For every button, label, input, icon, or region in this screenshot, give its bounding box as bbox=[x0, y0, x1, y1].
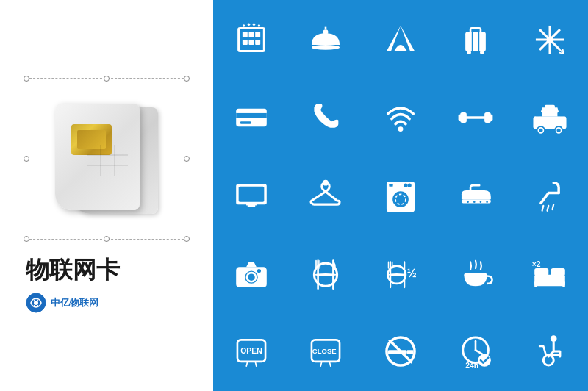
half-board-icon-cell[interactable]: ½ bbox=[364, 235, 437, 312]
svg-point-75 bbox=[257, 269, 261, 273]
svg-text:CLOSE: CLOSE bbox=[312, 347, 337, 355]
camera-icon-cell[interactable] bbox=[215, 235, 288, 312]
handle-br[interactable] bbox=[184, 236, 190, 242]
svg-rect-56 bbox=[248, 204, 255, 207]
coffee-icon bbox=[456, 254, 495, 293]
open-sign-icon: OPEN bbox=[232, 332, 270, 370]
gym-icon bbox=[456, 98, 495, 137]
wheelchair-icon bbox=[531, 332, 569, 370]
shower-icon-cell[interactable] bbox=[513, 157, 587, 234]
svg-line-70 bbox=[548, 206, 549, 211]
svg-point-15 bbox=[253, 23, 255, 25]
svg-rect-90 bbox=[534, 275, 565, 287]
no-smoking-icon bbox=[381, 332, 420, 370]
double-bed-icon: ×2 bbox=[531, 254, 569, 293]
camping-icon-cell[interactable] bbox=[364, 1, 437, 78]
iron-icon-cell[interactable] bbox=[439, 157, 512, 234]
svg-text:24h: 24h bbox=[465, 362, 478, 370]
svg-point-65 bbox=[467, 201, 469, 203]
svg-rect-54 bbox=[238, 187, 264, 202]
close-sign-icon-cell[interactable]: CLOSE bbox=[290, 313, 363, 390]
open-sign-icon-cell[interactable]: OPEN bbox=[215, 313, 288, 390]
title-area: 物联网卡 bbox=[26, 254, 187, 293]
svg-point-13 bbox=[243, 24, 245, 26]
svg-rect-9 bbox=[255, 32, 260, 37]
svg-rect-93 bbox=[534, 281, 537, 287]
phone-icon-cell[interactable] bbox=[290, 79, 363, 156]
svg-point-63 bbox=[408, 184, 412, 187]
taxi-icon bbox=[531, 98, 569, 137]
sim-illustration bbox=[48, 100, 165, 218]
svg-rect-37 bbox=[236, 113, 267, 118]
24h-icon: 24h bbox=[456, 332, 495, 370]
sim-card-frame bbox=[26, 78, 187, 240]
svg-rect-11 bbox=[248, 40, 254, 45]
sim-chip bbox=[71, 124, 112, 155]
handle-ml[interactable] bbox=[24, 156, 29, 162]
svg-point-50 bbox=[539, 129, 542, 132]
svg-point-16 bbox=[257, 24, 259, 26]
svg-rect-91 bbox=[534, 268, 548, 276]
svg-point-27 bbox=[480, 51, 484, 54]
wifi-icon-cell[interactable] bbox=[364, 79, 437, 156]
svg-point-17 bbox=[312, 45, 340, 50]
svg-rect-46 bbox=[536, 112, 542, 116]
svg-rect-22 bbox=[465, 32, 486, 51]
climate-icon-cell[interactable] bbox=[513, 1, 587, 78]
svg-line-69 bbox=[542, 206, 544, 211]
room-service-icon-cell[interactable] bbox=[290, 1, 363, 78]
svg-point-66 bbox=[473, 201, 476, 203]
shower-icon bbox=[531, 176, 569, 215]
svg-rect-8 bbox=[248, 32, 254, 37]
svg-rect-12 bbox=[255, 40, 260, 45]
handle-tl[interactable] bbox=[24, 76, 29, 82]
half-board-icon: ½ bbox=[381, 254, 420, 293]
hanger-icon-cell[interactable] bbox=[290, 157, 363, 234]
laundry-icon-cell[interactable] bbox=[364, 157, 437, 234]
24h-icon-cell[interactable]: 24h bbox=[439, 313, 512, 390]
tv-icon bbox=[232, 176, 270, 215]
svg-point-62 bbox=[404, 184, 407, 187]
credit-card-icon bbox=[232, 98, 270, 137]
svg-rect-61 bbox=[389, 184, 392, 186]
handle-bm[interactable] bbox=[104, 236, 110, 242]
brand-logo-icon bbox=[26, 293, 46, 313]
svg-rect-44 bbox=[489, 115, 492, 121]
credit-card-icon-cell[interactable] bbox=[215, 79, 288, 156]
double-bed-icon-cell[interactable]: ×2 bbox=[513, 235, 587, 312]
icon-grid: ½ ×2 OPEN bbox=[213, 0, 588, 391]
svg-point-5 bbox=[34, 301, 38, 305]
tv-icon-cell[interactable] bbox=[215, 157, 288, 234]
brand-area: 中亿物联网 bbox=[26, 293, 187, 313]
restaurant-icon-cell[interactable] bbox=[290, 235, 363, 312]
wifi-icon bbox=[381, 98, 420, 137]
svg-line-108 bbox=[476, 350, 482, 354]
close-sign-icon: CLOSE bbox=[306, 332, 345, 370]
handle-tr[interactable] bbox=[184, 76, 190, 82]
coffee-icon-cell[interactable] bbox=[439, 235, 512, 312]
taxi-icon-cell[interactable] bbox=[513, 79, 587, 156]
no-smoking-icon-cell[interactable] bbox=[364, 313, 437, 390]
iron-icon bbox=[456, 176, 495, 215]
handle-mr[interactable] bbox=[184, 156, 190, 162]
hotel-icon-cell[interactable] bbox=[215, 1, 288, 78]
room-service-icon bbox=[306, 21, 345, 59]
camping-icon bbox=[381, 21, 420, 59]
handle-tm[interactable] bbox=[104, 76, 110, 82]
luggage-icon-cell[interactable] bbox=[439, 1, 512, 78]
gym-icon-cell[interactable] bbox=[439, 79, 512, 156]
svg-point-18 bbox=[323, 29, 329, 35]
camera-icon bbox=[232, 254, 270, 293]
hanger-icon bbox=[306, 176, 345, 215]
svg-rect-92 bbox=[551, 268, 565, 276]
svg-rect-38 bbox=[240, 121, 251, 123]
svg-point-39 bbox=[398, 126, 404, 132]
svg-text:½: ½ bbox=[407, 267, 417, 279]
svg-text:×2: ×2 bbox=[532, 260, 541, 268]
svg-rect-89 bbox=[464, 273, 487, 276]
svg-rect-47 bbox=[558, 112, 564, 116]
handle-bl[interactable] bbox=[24, 236, 29, 242]
svg-point-51 bbox=[557, 129, 561, 132]
hotel-icon bbox=[232, 21, 270, 59]
wheelchair-icon-cell[interactable] bbox=[513, 313, 587, 390]
